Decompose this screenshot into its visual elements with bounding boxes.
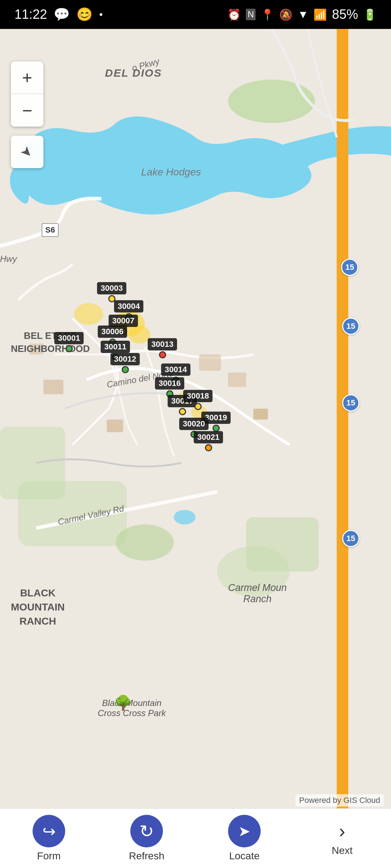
- marker-30001[interactable]: 30001: [54, 332, 84, 352]
- marker-30016[interactable]: 30016: [155, 377, 184, 397]
- hwy-label: Hwy: [0, 254, 17, 264]
- svg-point-7: [174, 510, 196, 524]
- next-arrow-icon: ›: [339, 820, 345, 842]
- svg-point-5: [116, 524, 174, 561]
- no-sound-icon: 🔕: [279, 8, 293, 21]
- nav-refresh-item[interactable]: ↻ Refresh: [98, 815, 196, 862]
- marker-30012[interactable]: 30012: [110, 353, 140, 373]
- alarm-icon: ⏰: [227, 8, 241, 21]
- svg-point-18: [74, 303, 103, 325]
- refresh-icon: ↻: [130, 815, 163, 847]
- svg-point-1: [228, 80, 315, 123]
- next-label: Next: [332, 845, 353, 856]
- locate-label: Locate: [229, 850, 260, 862]
- battery-display: 85%: [332, 7, 358, 22]
- emoji-icon: 😊: [76, 7, 93, 22]
- nav-locate-item[interactable]: ➤ Locate: [196, 815, 293, 862]
- svg-rect-15: [253, 409, 268, 420]
- svg-rect-11: [43, 380, 63, 394]
- black-mountain-label: BLACKMOUNTAINRANCH: [11, 586, 65, 629]
- s6-badge: S6: [42, 223, 59, 237]
- tree-icon: 🌳: [114, 694, 132, 711]
- signal-icon: 📶: [314, 8, 327, 21]
- form-icon: ↩: [33, 815, 65, 847]
- nfc-icon: N: [246, 9, 256, 20]
- form-label: Form: [37, 850, 60, 862]
- bottom-navigation: ↩ Form ↻ Refresh ➤ Locate › Next: [0, 808, 391, 868]
- nav-next-item[interactable]: › Next: [293, 820, 391, 856]
- marker-30003[interactable]: 30003: [97, 282, 126, 302]
- nav-form-item[interactable]: ↩ Form: [0, 815, 98, 862]
- status-bar: 11:22 💬 😊 • ⏰ N 📍 🔕 ▼ 📶 85% 🔋: [0, 0, 391, 29]
- marker-30013[interactable]: 30013: [148, 338, 177, 358]
- zoom-out-button[interactable]: −: [11, 94, 43, 127]
- lake-hodges-label: Lake Hodges: [141, 166, 201, 178]
- time-display: 11:22: [14, 7, 47, 22]
- map-container[interactable]: DEL DIOS Lake Hodges BEL ETAGENEIGHBORHO…: [0, 29, 391, 837]
- dot-icon: •: [99, 9, 103, 20]
- whatsapp-icon: 💬: [54, 7, 70, 22]
- marker-30021[interactable]: 30021: [194, 431, 223, 451]
- svg-rect-9: [337, 29, 348, 837]
- svg-rect-14: [228, 373, 246, 387]
- marker-30018[interactable]: 30018: [183, 390, 213, 410]
- status-left: 11:22 💬 😊 •: [14, 7, 103, 22]
- compass-button[interactable]: ➤: [11, 136, 43, 168]
- locate-nav-icon: ➤: [228, 815, 261, 847]
- zoom-in-button[interactable]: +: [11, 61, 43, 94]
- location-icon: 📍: [261, 8, 274, 21]
- i15-badge-bottom: 15: [342, 530, 360, 547]
- svg-rect-13: [199, 354, 221, 371]
- i15-badge-lower: 15: [342, 394, 360, 412]
- battery-icon: 🔋: [363, 8, 377, 21]
- svg-rect-10: [107, 420, 123, 432]
- status-right: ⏰ N 📍 🔕 ▼ 📶 85% 🔋: [227, 7, 377, 22]
- gis-attribution: Powered by GIS Cloud: [295, 794, 384, 807]
- i15-badge-mid: 15: [342, 318, 360, 335]
- carmel-moun-label: Carmel MounRanch: [228, 582, 287, 605]
- refresh-label: Refresh: [129, 850, 164, 862]
- zoom-controls: + −: [11, 61, 43, 127]
- i15-badge-top: 15: [341, 259, 358, 276]
- wifi-icon: ▼: [298, 8, 308, 21]
